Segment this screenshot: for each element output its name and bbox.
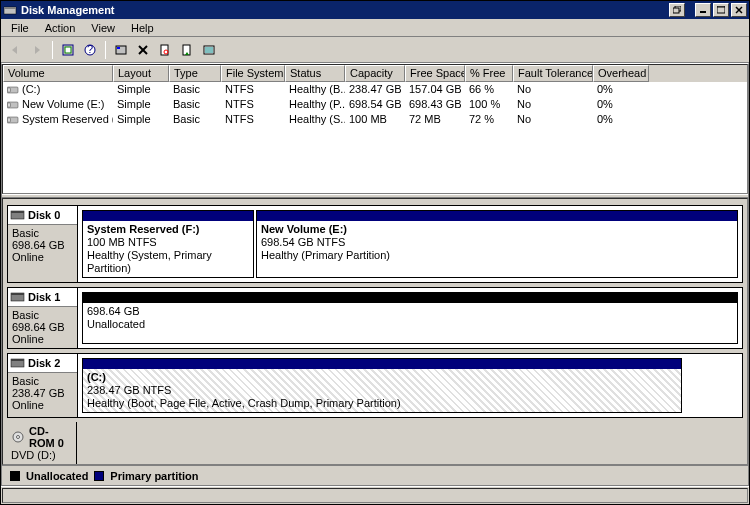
menu-view[interactable]: View — [83, 20, 123, 36]
col-capacity[interactable]: Capacity — [345, 65, 405, 82]
action-button[interactable] — [177, 40, 197, 60]
disk-partitions: (C:)238.47 GB NTFSHealthy (Boot, Page Fi… — [78, 354, 742, 417]
disk-id: Disk 0 — [28, 209, 60, 221]
volume-icon — [7, 114, 19, 126]
disk-icon — [10, 356, 26, 370]
col-volume[interactable]: Volume — [3, 65, 113, 82]
refresh-button[interactable] — [58, 40, 78, 60]
help-button[interactable]: ? — [80, 40, 100, 60]
partition[interactable]: (C:)238.47 GB NTFSHealthy (Boot, Page Fi… — [82, 358, 682, 413]
partition-status: Healthy (System, Primary Partition) — [87, 249, 212, 274]
svg-rect-1 — [4, 7, 16, 9]
partition-stripe — [83, 293, 737, 303]
properties-button[interactable] — [155, 40, 175, 60]
partition-status: Healthy (Boot, Page File, Active, Crash … — [87, 397, 401, 409]
col-pctfree[interactable]: % Free — [465, 65, 513, 82]
partition-body: System Reserved (F:)100 MB NTFSHealthy (… — [83, 221, 253, 277]
status-pane — [2, 488, 748, 503]
legend: Unallocated Primary partition — [2, 465, 748, 485]
table-row[interactable]: (C:)SimpleBasicNTFSHealthy (B...238.47 G… — [3, 82, 747, 97]
settings-button[interactable] — [111, 40, 131, 60]
col-overhead[interactable]: Overhead — [593, 65, 649, 82]
partition[interactable]: 698.64 GBUnallocated — [82, 292, 738, 344]
col-filesystem[interactable]: File System — [221, 65, 285, 82]
back-button — [5, 40, 25, 60]
volume-icon — [7, 84, 19, 96]
table-row[interactable]: System Reserved (F:)SimpleBasicNTFSHealt… — [3, 112, 747, 127]
close-button[interactable] — [731, 3, 747, 17]
disk-type: DVD (D:) — [11, 449, 72, 461]
col-status[interactable]: Status — [285, 65, 345, 82]
disk-partitions: System Reserved (F:)100 MB NTFSHealthy (… — [78, 206, 742, 282]
col-fault[interactable]: Fault Tolerance — [513, 65, 593, 82]
disk-label[interactable]: Disk 1Basic698.64 GBOnline — [8, 288, 78, 348]
cell-layout: Simple — [113, 112, 169, 127]
partition-sub: 100 MB NTFS — [87, 236, 157, 248]
cell-fault: No — [513, 82, 593, 97]
cell-overhead: 0% — [593, 82, 649, 97]
cell-pct: 100 % — [465, 97, 513, 112]
app-icon — [3, 3, 17, 17]
disk-id: Disk 1 — [28, 291, 60, 303]
cell-volume: System Reserved (F:) — [22, 113, 113, 125]
cdrom-icon — [11, 430, 27, 444]
partition[interactable]: New Volume (E:)698.54 GB NTFSHealthy (Pr… — [256, 210, 738, 278]
cell-status: Healthy (B... — [285, 82, 345, 97]
maximize-button[interactable] — [713, 3, 729, 17]
cell-capacity: 238.47 GB — [345, 82, 405, 97]
partition[interactable]: System Reserved (F:)100 MB NTFSHealthy (… — [82, 210, 254, 278]
partition-body: 698.64 GBUnallocated — [83, 303, 737, 343]
disk-state: Online — [12, 399, 73, 411]
svg-rect-3 — [673, 8, 679, 13]
cell-status: Healthy (S... — [285, 112, 345, 127]
disk-label[interactable]: Disk 0Basic698.64 GBOnline — [8, 206, 78, 282]
cell-pct: 72 % — [465, 112, 513, 127]
partition-sub: 698.54 GB NTFS — [261, 236, 345, 248]
disk-row[interactable]: Disk 1Basic698.64 GBOnline698.64 GBUnall… — [7, 287, 743, 349]
disk-graph-view[interactable]: Disk 0Basic698.64 GBOnlineSystem Reserve… — [2, 198, 748, 465]
list-button[interactable] — [199, 40, 219, 60]
svg-rect-14 — [117, 47, 120, 49]
disk-row[interactable]: Disk 0Basic698.64 GBOnlineSystem Reserve… — [7, 205, 743, 283]
disk-type: Basic — [12, 227, 73, 239]
cell-free: 72 MB — [405, 112, 465, 127]
cell-pct: 66 % — [465, 82, 513, 97]
svg-rect-31 — [11, 211, 24, 213]
disk-label[interactable]: Disk 2Basic238.47 GBOnline — [8, 354, 78, 417]
cell-overhead: 0% — [593, 112, 649, 127]
col-freespace[interactable]: Free Space — [405, 65, 465, 82]
menu-file[interactable]: File — [3, 20, 37, 36]
titlebar[interactable]: Disk Management — [1, 1, 749, 19]
forward-button — [27, 40, 47, 60]
restore-button[interactable] — [669, 3, 685, 17]
cell-fs: NTFS — [221, 97, 285, 112]
partition-title: (C:) — [87, 371, 106, 383]
volume-icon — [7, 99, 19, 111]
svg-rect-33 — [11, 293, 24, 295]
partition-title: System Reserved (F:) — [87, 223, 200, 235]
volume-list[interactable]: Volume Layout Type File System Status Ca… — [2, 64, 748, 194]
minimize-button[interactable] — [695, 3, 711, 17]
cell-status: Healthy (P... — [285, 97, 345, 112]
cell-free: 157.04 GB — [405, 82, 465, 97]
partition-body: (C:)238.47 GB NTFSHealthy (Boot, Page Fi… — [83, 369, 681, 412]
partition-title: New Volume (E:) — [261, 223, 347, 235]
table-row[interactable]: New Volume (E:)SimpleBasicNTFSHealthy (P… — [3, 97, 747, 112]
disk-state: Online — [12, 333, 73, 345]
delete-button[interactable] — [133, 40, 153, 60]
partition-body: New Volume (E:)698.54 GB NTFSHealthy (Pr… — [257, 221, 737, 277]
disk-id: Disk 2 — [28, 357, 60, 369]
disk-icon — [10, 290, 26, 304]
cell-layout: Simple — [113, 82, 169, 97]
menu-help[interactable]: Help — [123, 20, 162, 36]
col-type[interactable]: Type — [169, 65, 221, 82]
disk-label[interactable]: CD-ROM 0DVD (D:)No Media — [7, 422, 77, 465]
menu-action[interactable]: Action — [37, 20, 84, 36]
disk-row[interactable]: CD-ROM 0DVD (D:)No Media — [7, 422, 743, 465]
list-body[interactable]: (C:)SimpleBasicNTFSHealthy (B...238.47 G… — [3, 82, 747, 193]
cell-capacity: 698.54 GB — [345, 97, 405, 112]
disk-row[interactable]: Disk 2Basic238.47 GBOnline(C:)238.47 GB … — [7, 353, 743, 418]
cell-type: Basic — [169, 112, 221, 127]
partition-status: Unallocated — [87, 318, 145, 330]
col-layout[interactable]: Layout — [113, 65, 169, 82]
